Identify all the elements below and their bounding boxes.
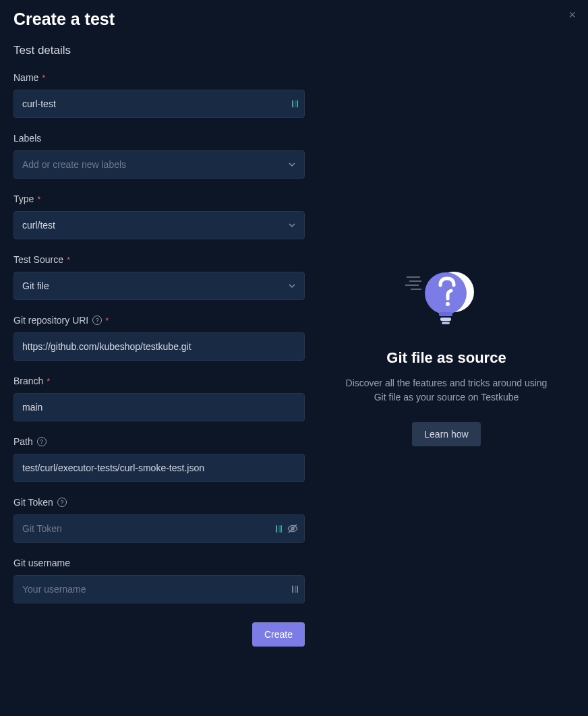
field-path: Path ? <box>13 436 305 482</box>
field-name: Name * <box>13 72 305 118</box>
field-type: Type * curl/test <box>13 193 305 239</box>
form-column: Create a test Test details Name * Labels <box>13 9 305 703</box>
info-description: Discover all the features and tricks aro… <box>339 376 554 405</box>
required-marker: * <box>105 316 109 326</box>
field-git-uri: Git repository URI ? * <box>13 315 305 361</box>
name-label: Name <box>13 72 38 83</box>
path-input[interactable] <box>13 454 305 482</box>
section-title: Test details <box>13 44 305 57</box>
path-label: Path <box>13 436 33 447</box>
field-branch: Branch * <box>13 376 305 421</box>
lightbulb-icon <box>409 266 483 330</box>
page-title: Create a test <box>13 9 305 29</box>
git-token-label: Git Token <box>13 497 53 508</box>
git-uri-input[interactable] <box>13 332 305 361</box>
git-username-input[interactable] <box>13 575 305 603</box>
info-panel: Git file as source Discover all the feat… <box>318 9 575 703</box>
chevron-down-icon <box>288 221 296 229</box>
info-title: Git file as source <box>386 349 506 367</box>
create-button[interactable]: Create <box>252 622 305 647</box>
branch-input[interactable] <box>13 393 305 421</box>
field-git-username: Git username <box>13 558 305 603</box>
type-label: Type <box>13 193 34 204</box>
field-test-source: Test Source * Git file <box>13 254 305 300</box>
branch-label: Branch <box>13 376 43 386</box>
type-value: curl/test <box>22 220 55 231</box>
labels-select[interactable]: Add or create new labels <box>13 150 305 179</box>
svg-point-11 <box>446 302 450 306</box>
test-source-label: Test Source <box>13 254 63 265</box>
username-suffix-icon <box>292 586 298 593</box>
required-marker: * <box>47 376 50 386</box>
required-marker: * <box>42 73 45 83</box>
chevron-down-icon <box>288 160 296 169</box>
labels-label: Labels <box>13 133 41 144</box>
field-labels: Labels Add or create new labels <box>13 133 305 179</box>
svg-rect-9 <box>440 318 451 321</box>
required-marker: * <box>67 255 70 265</box>
lightbulb-illustration <box>409 266 483 330</box>
help-icon[interactable]: ? <box>37 437 47 446</box>
close-icon[interactable]: × <box>568 8 576 22</box>
test-source-select[interactable]: Git file <box>13 272 305 300</box>
name-input[interactable] <box>13 90 305 118</box>
svg-rect-10 <box>442 322 450 324</box>
chevron-down-icon <box>288 282 296 290</box>
token-suffix-icon <box>276 525 282 533</box>
help-icon[interactable]: ? <box>92 316 102 325</box>
eye-off-icon[interactable] <box>287 523 298 534</box>
git-username-label: Git username <box>13 558 70 568</box>
footer-actions: Create <box>13 622 305 647</box>
name-suffix-icon <box>292 100 298 108</box>
git-token-input[interactable] <box>13 514 305 543</box>
git-uri-label: Git repository URI <box>13 315 88 326</box>
svg-rect-8 <box>439 312 452 316</box>
field-git-token: Git Token ? <box>13 497 305 543</box>
test-source-value: Git file <box>22 280 49 291</box>
required-marker: * <box>37 194 40 204</box>
labels-placeholder: Add or create new labels <box>22 159 126 170</box>
learn-how-button[interactable]: Learn how <box>412 422 480 446</box>
type-select[interactable]: curl/test <box>13 211 305 239</box>
help-icon[interactable]: ? <box>57 498 67 507</box>
create-test-modal: Create a test Test details Name * Labels <box>0 0 588 716</box>
